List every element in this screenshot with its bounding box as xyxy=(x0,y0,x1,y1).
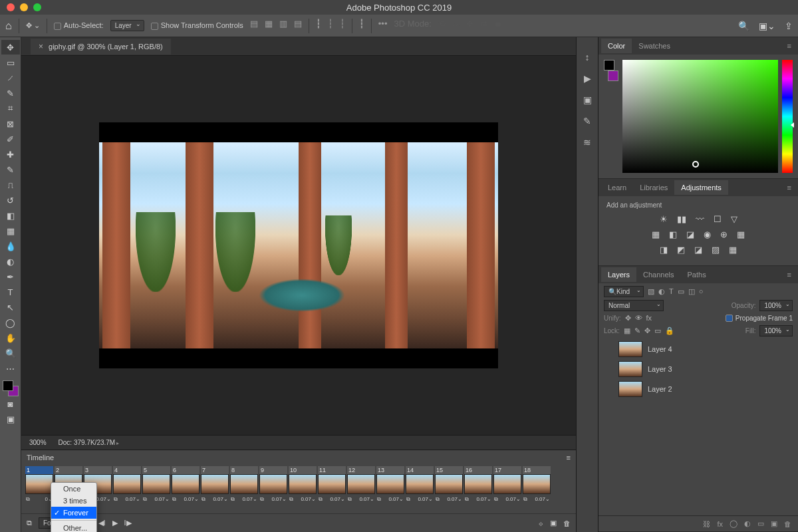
delete-frame-button[interactable]: 🗑 xyxy=(563,519,571,527)
lock-position-icon[interactable]: ✥ xyxy=(644,327,650,335)
channels-tab[interactable]: Channels xyxy=(636,267,680,282)
new-frame-button[interactable]: ▣ xyxy=(550,519,557,527)
hand-tool[interactable]: ✋ xyxy=(1,331,20,345)
distribute-icon[interactable]: ┇ xyxy=(359,19,364,33)
timeline-frame[interactable]: 13⧉0.07⌄ xyxy=(376,466,404,513)
posterize-icon[interactable]: ◩ xyxy=(677,245,685,255)
align-top-icon[interactable]: ▤ xyxy=(294,19,302,33)
timeline-frame[interactable]: 10⧉0.07⌄ xyxy=(289,466,317,513)
layer-filter-dropdown[interactable]: 🔍Kind xyxy=(604,286,644,297)
search-icon[interactable]: 🔍 xyxy=(738,21,749,31)
loop-option-once[interactable]: Once xyxy=(51,483,96,495)
timeline-frame[interactable]: 4⧉0.07⌄ xyxy=(113,466,141,513)
canvas[interactable] xyxy=(99,122,498,368)
close-tab-icon[interactable]: × xyxy=(39,42,43,51)
hue-slider[interactable] xyxy=(782,60,793,173)
timeline-frame[interactable]: 1⧉0⌄ xyxy=(25,466,53,513)
hue-sat-icon[interactable]: ▦ xyxy=(652,229,660,239)
move-tool[interactable]: ✥ xyxy=(1,40,20,55)
shape-tool[interactable]: ◯ xyxy=(1,315,20,330)
quick-select-tool[interactable]: ✎ xyxy=(1,86,20,100)
minimize-window-button[interactable] xyxy=(20,3,28,11)
vibrance-icon[interactable]: ▽ xyxy=(731,214,737,224)
selective-color-icon[interactable]: ▦ xyxy=(729,245,737,255)
dodge-tool[interactable]: ◐ xyxy=(1,254,20,269)
lock-artboard-icon[interactable]: ▭ xyxy=(654,327,661,335)
timeline-frame[interactable]: 11⧉0.07⌄ xyxy=(318,466,346,513)
actions-panel-icon[interactable]: ▶ xyxy=(584,73,591,84)
show-transform-checkbox[interactable]: Show Transform Controls xyxy=(151,21,243,30)
color-swatch[interactable] xyxy=(3,380,19,396)
loop-option-other[interactable]: Other... xyxy=(51,522,96,532)
lock-image-icon[interactable]: ✎ xyxy=(634,327,640,335)
color-lookup-icon[interactable]: ▦ xyxy=(737,229,745,239)
share-icon[interactable]: ⇪ xyxy=(785,21,793,31)
layers-panel-menu-icon[interactable]: ≡ xyxy=(787,271,791,279)
propagate-checkbox[interactable]: Propagate Frame 1 xyxy=(726,315,793,323)
quick-mask[interactable]: ◙ xyxy=(1,396,20,411)
doc-info[interactable]: Doc: 379.7K/23.7M▸ xyxy=(59,439,120,446)
color-balance-icon[interactable]: ◧ xyxy=(669,229,677,239)
color-panel-menu-icon[interactable]: ≡ xyxy=(787,42,791,50)
threshold-icon[interactable]: ◪ xyxy=(694,245,702,255)
align-right-icon[interactable]: ▥ xyxy=(279,19,287,33)
timeline-frame[interactable]: 5⧉0.07⌄ xyxy=(142,466,170,513)
loop-option-forever[interactable]: Forever xyxy=(51,507,96,519)
foreground-background-swatch[interactable] xyxy=(604,60,618,81)
brush-tool[interactable]: ✎ xyxy=(1,162,20,177)
brightness-contrast-icon[interactable]: ☀ xyxy=(660,214,668,224)
timeline-frame[interactable]: 14⧉0.07⌄ xyxy=(406,466,434,513)
timeline-frame[interactable]: 16⧉0.07⌄ xyxy=(464,466,492,513)
levels-icon[interactable]: ▮▮ xyxy=(677,214,686,224)
blur-tool[interactable]: 💧 xyxy=(1,239,20,253)
invert-icon[interactable]: ◨ xyxy=(660,245,668,255)
gradient-map-icon[interactable]: ▨ xyxy=(712,245,720,255)
filter-type-icon[interactable]: T xyxy=(669,287,674,296)
lock-transparent-icon[interactable]: ▦ xyxy=(624,327,630,335)
libraries-tab[interactable]: Libraries xyxy=(633,180,674,195)
next-frame-button[interactable]: I▶ xyxy=(124,519,132,527)
healing-tool[interactable]: ✚ xyxy=(1,147,20,162)
timeline-frame[interactable]: 12⧉0.07⌄ xyxy=(347,466,375,513)
blend-mode-dropdown[interactable]: Normal xyxy=(604,300,664,311)
path-select-tool[interactable]: ↖ xyxy=(1,300,20,315)
auto-select-target-dropdown[interactable]: Layer xyxy=(110,20,144,31)
align-bottom-icon[interactable]: ┆ xyxy=(340,19,345,33)
crop-tool[interactable]: ⌗ xyxy=(1,101,20,116)
maximize-window-button[interactable] xyxy=(33,3,41,11)
timeline-frame[interactable]: 8⧉0.07⌄ xyxy=(230,466,258,513)
play-button[interactable]: ▶ xyxy=(112,519,118,527)
pen-tool[interactable]: ✒ xyxy=(1,269,20,284)
canvas-area[interactable] xyxy=(21,56,576,435)
fill-dropdown[interactable]: 100% xyxy=(759,325,793,336)
adjustments-panel-menu-icon[interactable]: ≡ xyxy=(787,184,791,192)
screen-mode[interactable]: ▣ xyxy=(1,412,20,426)
learn-tab[interactable]: Learn xyxy=(601,180,633,195)
swatches-tab[interactable]: Swatches xyxy=(632,39,677,53)
layer-row[interactable]: Layer 2 xyxy=(598,379,798,399)
zoom-level[interactable]: 300% xyxy=(29,439,47,446)
timeline-frame[interactable]: 18⧉0.07⌄ xyxy=(523,466,551,513)
timeline-menu-icon[interactable]: ≡ xyxy=(567,454,571,462)
channel-mixer-icon[interactable]: ⊕ xyxy=(720,229,728,239)
type-tool[interactable]: T xyxy=(1,285,20,299)
timeline-frame[interactable]: 15⧉0.07⌄ xyxy=(435,466,463,513)
timeline-frame[interactable]: 6⧉0.07⌄ xyxy=(172,466,200,513)
close-window-button[interactable] xyxy=(7,3,15,11)
history-panel-icon[interactable]: ↕ xyxy=(585,52,590,63)
properties-panel-icon[interactable]: ▣ xyxy=(583,94,592,105)
delete-layer-icon[interactable]: 🗑 xyxy=(784,520,791,528)
filter-smart-icon[interactable]: ◫ xyxy=(688,287,695,296)
color-tab[interactable]: Color xyxy=(601,39,632,53)
more-options-icon[interactable]: ••• xyxy=(378,19,388,33)
distribute-v-icon[interactable]: ┆ xyxy=(328,19,333,33)
timeline-frame[interactable]: 17⧉0.07⌄ xyxy=(493,466,521,513)
brushes-panel-icon[interactable]: ✎ xyxy=(583,116,591,126)
filter-toggle-icon[interactable]: ○ xyxy=(699,287,704,296)
distribute-h-icon[interactable]: ┇ xyxy=(316,19,321,33)
auto-select-checkbox[interactable]: Auto-Select: xyxy=(54,21,104,30)
home-icon[interactable]: ⌂ xyxy=(5,20,12,32)
layer-row[interactable]: Layer 4 xyxy=(598,339,798,359)
align-left-icon[interactable]: ▤ xyxy=(250,19,258,33)
document-tab[interactable]: × giphy.gif @ 300% (Layer 1, RGB/8) xyxy=(31,39,171,55)
